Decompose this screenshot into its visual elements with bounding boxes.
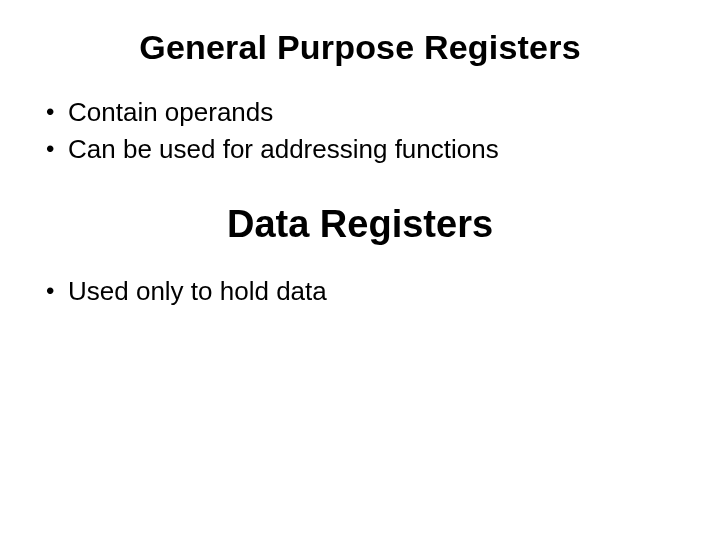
section2-bullets: Used only to hold data [40, 274, 680, 309]
section2-title: Data Registers [40, 203, 680, 246]
list-item: Contain operands [40, 95, 680, 130]
list-item: Used only to hold data [40, 274, 680, 309]
slide: General Purpose Registers Contain operan… [0, 0, 720, 540]
list-item: Can be used for addressing functions [40, 132, 680, 167]
section1-bullets: Contain operands Can be used for address… [40, 95, 680, 167]
section1-title: General Purpose Registers [40, 28, 680, 67]
